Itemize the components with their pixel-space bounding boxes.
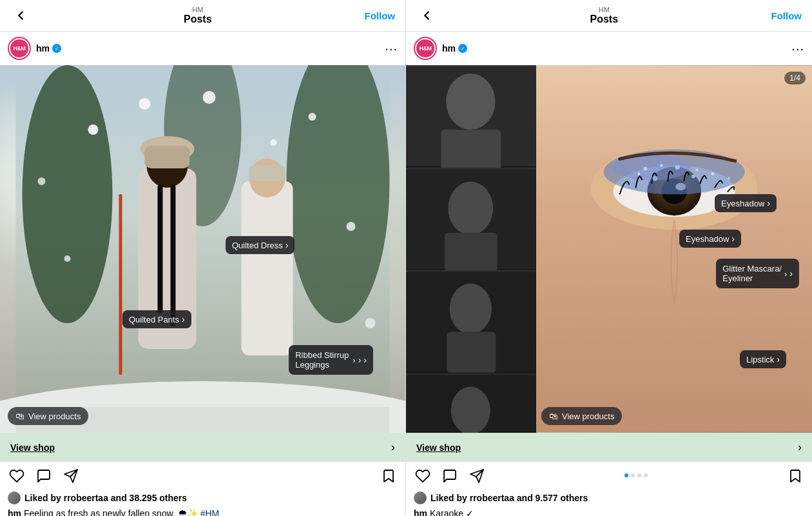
eyeshadow1-label: Eyeshadow bbox=[721, 199, 764, 208]
quilted-pants-tag[interactable]: Quilted Pants bbox=[122, 310, 191, 328]
svg-point-48 bbox=[660, 164, 662, 166]
dot-1 bbox=[624, 473, 628, 477]
likes-text-left: Liked by rrobeertaa and 38.295 others bbox=[24, 493, 187, 503]
like-button-left[interactable] bbox=[8, 467, 26, 485]
svg-point-19 bbox=[64, 255, 71, 262]
header-subtitle-right: HM bbox=[590, 6, 618, 14]
svg-point-21 bbox=[139, 98, 151, 110]
username-row-right: hm ✓ bbox=[442, 43, 467, 54]
username-left[interactable]: hm bbox=[36, 43, 50, 54]
caption-username-right[interactable]: hm bbox=[414, 508, 427, 516]
carousel-dots bbox=[495, 473, 777, 477]
lipstick-tag[interactable]: Lipstick bbox=[740, 350, 786, 368]
view-shop-bar-right[interactable]: View shop › bbox=[406, 433, 812, 462]
svg-rect-12 bbox=[242, 181, 293, 355]
share-button-right[interactable] bbox=[468, 467, 486, 485]
svg-point-28 bbox=[446, 74, 495, 130]
dot-4 bbox=[644, 473, 648, 477]
comment-button-right[interactable] bbox=[441, 467, 459, 485]
svg-point-34 bbox=[450, 284, 492, 334]
svg-rect-32 bbox=[445, 233, 498, 271]
glitter-tag[interactable]: Glitter Mascara/Eyeliner › bbox=[716, 259, 799, 288]
caption-row-right: hm Karaoke ✓ bbox=[406, 507, 812, 516]
eyeshadow2-label: Eyeshadow bbox=[686, 234, 729, 244]
strip-cell-1 bbox=[406, 65, 536, 168]
liker-avatar-left bbox=[8, 491, 21, 504]
follow-button-left[interactable]: Follow bbox=[364, 10, 395, 21]
avatar-left[interactable]: H&M bbox=[8, 37, 31, 60]
back-button[interactable] bbox=[10, 5, 31, 26]
svg-point-49 bbox=[675, 165, 679, 170]
view-shop-link-left[interactable]: View shop bbox=[10, 442, 55, 453]
header-title: Posts bbox=[184, 14, 212, 25]
strip-cell-4 bbox=[406, 374, 536, 433]
svg-point-54 bbox=[652, 175, 657, 181]
makeup-photo: 1/4 Eyeshadow Eyeshadow Glitter Mascara/… bbox=[406, 65, 812, 433]
svg-point-1 bbox=[23, 65, 113, 323]
svg-rect-15 bbox=[119, 194, 122, 375]
dot-3 bbox=[637, 473, 641, 477]
svg-point-18 bbox=[203, 91, 216, 104]
comment-button-left[interactable] bbox=[35, 467, 53, 485]
svg-rect-29 bbox=[441, 130, 501, 168]
bag-icon-right: 🛍 bbox=[549, 411, 558, 421]
post-header-right: H&M hm ✓ ··· bbox=[406, 32, 812, 65]
bookmark-button-right[interactable] bbox=[786, 467, 804, 485]
verified-badge-right: ✓ bbox=[458, 44, 467, 53]
more-options-left[interactable]: ··· bbox=[385, 41, 398, 56]
bookmark-button-left[interactable] bbox=[380, 467, 398, 485]
view-products-button-left[interactable]: 🛍 View products bbox=[8, 407, 88, 425]
svg-point-50 bbox=[695, 168, 698, 171]
photo-strip bbox=[406, 65, 536, 433]
more-options-right[interactable]: ··· bbox=[791, 41, 804, 56]
avatar-right[interactable]: H&M bbox=[414, 37, 437, 60]
svg-rect-35 bbox=[447, 332, 496, 373]
svg-rect-9 bbox=[171, 184, 176, 326]
svg-point-16 bbox=[88, 124, 99, 135]
ribbed-stirrup-tag[interactable]: Ribbed StirrupLeggings › bbox=[289, 345, 373, 375]
back-button-right[interactable] bbox=[416, 5, 437, 26]
makeup-main-image bbox=[536, 65, 812, 433]
like-button-right[interactable] bbox=[414, 467, 432, 485]
view-products-label-left: View products bbox=[28, 412, 81, 421]
likes-text-right: Liked by rrobeertaa and 9.577 others bbox=[430, 493, 588, 503]
fashion-photo bbox=[0, 65, 405, 433]
username-right[interactable]: hm bbox=[442, 43, 456, 54]
chevron-right-left: › bbox=[391, 441, 395, 454]
eyeshadow2-tag[interactable]: Eyeshadow bbox=[679, 230, 741, 248]
quilted-dress-tag[interactable]: Quilted Dress bbox=[226, 236, 295, 254]
likes-row-right: Liked by rrobeertaa and 9.577 others bbox=[406, 490, 812, 507]
caption-row-left: hm Feeling as fresh as newly fallen snow… bbox=[0, 507, 405, 516]
svg-point-37 bbox=[451, 387, 490, 433]
header-title-right: Posts bbox=[590, 14, 618, 25]
svg-point-47 bbox=[643, 166, 647, 170]
caption-hashtag-left[interactable]: #HM bbox=[200, 508, 220, 516]
view-shop-link-right[interactable]: View shop bbox=[416, 442, 461, 453]
view-shop-bar-left[interactable]: View shop › bbox=[0, 433, 405, 462]
eyeshadow1-tag[interactable]: Eyeshadow bbox=[715, 194, 777, 212]
view-products-label-right: View products bbox=[562, 412, 614, 421]
svg-rect-8 bbox=[158, 184, 163, 313]
image-counter: 1/4 bbox=[784, 72, 806, 84]
view-products-button-right[interactable]: 🛍 View products bbox=[541, 407, 622, 425]
svg-point-52 bbox=[637, 172, 640, 175]
quilted-dress-label: Quilted Dress bbox=[232, 241, 283, 250]
svg-point-22 bbox=[271, 139, 277, 146]
follow-button-right[interactable]: Follow bbox=[771, 10, 802, 21]
verified-badge-left: ✓ bbox=[52, 44, 61, 53]
svg-point-31 bbox=[448, 181, 493, 235]
svg-point-51 bbox=[711, 172, 714, 175]
likes-row-left: Liked by rrobeertaa and 38.295 others bbox=[0, 490, 405, 507]
caption-username-left[interactable]: hm bbox=[8, 508, 21, 516]
svg-point-24 bbox=[38, 177, 46, 185]
left-panel-header: HM Posts Follow bbox=[0, 0, 405, 32]
header-center: HM Posts bbox=[184, 6, 212, 25]
svg-rect-39 bbox=[536, 66, 812, 432]
share-button-left[interactable] bbox=[62, 467, 80, 485]
caption-body-left: Feeling as fresh as newly fallen snow. 🌨… bbox=[24, 508, 198, 516]
quilted-pants-label: Quilted Pants bbox=[129, 315, 179, 324]
svg-point-17 bbox=[309, 113, 316, 121]
svg-rect-11 bbox=[145, 146, 190, 168]
post-image-right: 1/4 Eyeshadow Eyeshadow Glitter Mascara/… bbox=[406, 65, 812, 433]
dot-2 bbox=[631, 473, 635, 477]
